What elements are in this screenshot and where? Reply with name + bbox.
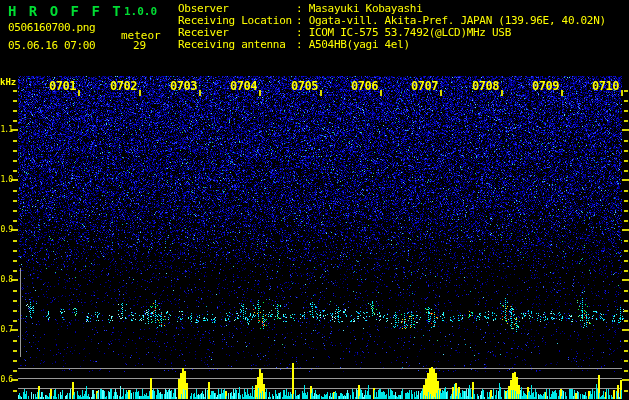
frequency-unit-label: kHz: [0, 77, 16, 87]
time-tick-label: 0709: [527, 79, 559, 93]
freq-tick-label: 1.0: [0, 175, 12, 184]
time-tick-label: 0702: [105, 79, 137, 93]
freq-tick-label: 0.9: [0, 225, 12, 234]
freq-tick-label: 0.6: [0, 375, 12, 384]
app-version: 1.0.0: [124, 5, 157, 18]
info-label: Receiving antenna: [178, 39, 296, 51]
spectrogram-canvas: [0, 0, 629, 400]
time-tick-label: 0705: [286, 79, 318, 93]
app-title: H R O F F T: [8, 3, 123, 19]
station-info-block: Observer: Masayuki KobayashiReceiving Lo…: [178, 3, 606, 51]
time-tick-label: 0701: [44, 79, 76, 93]
info-colon: :: [296, 38, 309, 51]
time-tick-label: 0703: [165, 79, 197, 93]
time-tick-label: 0708: [467, 79, 499, 93]
station-info-row: Receiving antenna: A504HB(yagi 4el): [178, 39, 606, 51]
time-tick-label: 0707: [406, 79, 438, 93]
freq-tick-label: 1.1: [0, 125, 12, 134]
info-value: A504HB(yagi 4el): [309, 38, 410, 51]
time-tick-label: 0706: [346, 79, 378, 93]
freq-tick-label: 0.7: [0, 325, 12, 334]
hrofft-output-screen: H R O F F T 1.0.0 0506160700.png meteor …: [0, 0, 629, 400]
freq-tick-label: 0.8: [0, 275, 12, 284]
observation-datetime: 05.06.16 07:00: [8, 39, 95, 52]
time-tick-label: 0704: [225, 79, 257, 93]
output-filename: 0506160700.png: [8, 21, 95, 34]
time-tick-label: 0710: [587, 79, 619, 93]
meteor-count: 29: [133, 39, 146, 52]
